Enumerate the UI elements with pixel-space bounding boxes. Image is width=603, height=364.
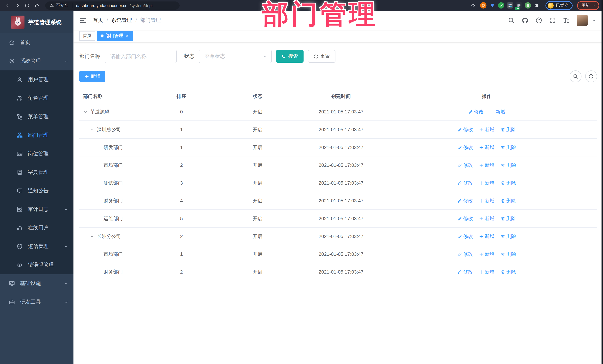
expand-arrow-icon[interactable] bbox=[90, 234, 97, 239]
ext-green-leaf-icon[interactable] bbox=[524, 2, 531, 9]
delete-action-link[interactable]: 删除 bbox=[500, 269, 516, 275]
font-size-icon[interactable] bbox=[563, 17, 570, 24]
add-action-link[interactable]: 新增 bbox=[479, 180, 494, 186]
ext-list-on-icon[interactable]: on bbox=[516, 2, 522, 9]
add-action-link[interactable]: 新增 bbox=[479, 126, 494, 133]
sidebar-item-label: 研发工具 bbox=[20, 299, 41, 305]
sidebar-item-home[interactable]: 首页 bbox=[0, 33, 73, 52]
sort-cell: 2 bbox=[154, 269, 209, 275]
search-button[interactable]: 搜索 bbox=[276, 50, 303, 63]
sidebar-item-sms[interactable]: 短信管理 bbox=[0, 237, 73, 256]
expand-arrow-icon[interactable] bbox=[90, 127, 97, 132]
sidebar-item-dept[interactable]: 部门管理 bbox=[0, 126, 73, 144]
edit-action-link[interactable]: 修改 bbox=[457, 215, 473, 222]
tab-home[interactable]: 首页 bbox=[79, 31, 95, 41]
sidebar-item-online-user[interactable]: 在线用户 bbox=[0, 219, 73, 237]
delete-action-link[interactable]: 删除 bbox=[500, 251, 516, 257]
header-search-icon[interactable] bbox=[508, 17, 515, 24]
delete-action-link[interactable]: 删除 bbox=[500, 233, 516, 240]
delete-icon bbox=[500, 216, 505, 221]
add-action-link[interactable]: 新增 bbox=[479, 162, 494, 168]
dept-name-input[interactable] bbox=[105, 50, 177, 63]
edit-action-link[interactable]: 修改 bbox=[457, 126, 473, 133]
page-scrollbar[interactable] bbox=[602, 0, 603, 364]
edit-action-link[interactable]: 修改 bbox=[457, 144, 473, 151]
browser-forward-icon[interactable] bbox=[13, 1, 22, 10]
sidebar-item-user[interactable]: 用户管理 bbox=[0, 70, 73, 89]
edit-action-link[interactable]: 修改 bbox=[457, 180, 473, 186]
message-icon bbox=[17, 188, 23, 194]
add-action-link[interactable]: 新增 bbox=[479, 233, 494, 240]
browser-home-icon[interactable] bbox=[33, 1, 41, 10]
add-action-link[interactable]: 新增 bbox=[479, 197, 494, 204]
add-dept-button[interactable]: 新增 bbox=[79, 71, 105, 82]
browser-back-icon[interactable] bbox=[4, 1, 12, 10]
breadcrumb-system[interactable]: 系统管理 bbox=[111, 17, 132, 24]
sidebar-item-dict[interactable]: 字典管理 bbox=[0, 163, 73, 182]
action-cell: 修改新增删除 bbox=[376, 233, 597, 240]
ext-orange-ring-icon[interactable] bbox=[480, 2, 486, 9]
edit-action-link[interactable]: 修改 bbox=[457, 233, 473, 240]
sidebar-item-error-code[interactable]: 错误码管理 bbox=[0, 256, 73, 274]
tab-dept[interactable]: 部门管理 bbox=[97, 31, 133, 41]
ext-blue-gem-icon[interactable] bbox=[489, 2, 495, 9]
ext-puzzle-icon[interactable] bbox=[533, 2, 540, 9]
sidebar-item-infra[interactable]: 基础设施 bbox=[0, 274, 73, 293]
dept-table: 部门名称 排序 状态 创建时间 操作 芋道源码0开启2021-01-05 17:… bbox=[79, 90, 597, 281]
user-avatar[interactable] bbox=[577, 15, 588, 26]
edit-action-link[interactable]: 修改 bbox=[457, 162, 473, 168]
delete-action-link[interactable]: 删除 bbox=[500, 162, 516, 168]
avatar-caret-down-icon[interactable] bbox=[592, 18, 596, 22]
postcard-icon bbox=[17, 151, 23, 157]
browser-reload-icon[interactable] bbox=[23, 1, 31, 10]
sidebar-item-notice[interactable]: 通知公告 bbox=[0, 182, 73, 200]
tab-label: 首页 bbox=[83, 33, 92, 39]
app-logo[interactable]: 芋道管理系统 bbox=[0, 11, 73, 33]
add-action-link[interactable]: 新增 bbox=[490, 109, 505, 115]
insecure-warning-icon[interactable] bbox=[50, 3, 54, 7]
sidebar-item-label: 系统管理 bbox=[20, 58, 41, 65]
add-action-link[interactable]: 新增 bbox=[479, 251, 494, 257]
sidebar-item-role[interactable]: 角色管理 bbox=[0, 89, 73, 108]
delete-action-link[interactable]: 删除 bbox=[500, 144, 516, 151]
bookmark-star-icon[interactable] bbox=[469, 1, 477, 10]
ext-green-check-icon[interactable] bbox=[498, 2, 504, 9]
address-bar[interactable]: 不安全 dashboard.yudao.iocoder.cn/system/de… bbox=[45, 1, 180, 10]
sidebar-item-audit-log[interactable]: 审计日志 bbox=[0, 200, 73, 219]
sidebar-item-menu[interactable]: 菜单管理 bbox=[0, 108, 73, 126]
edit-action-link[interactable]: 修改 bbox=[468, 109, 484, 115]
browser-update-button[interactable]: 更新 bbox=[577, 1, 599, 10]
ext-grid-icon[interactable] bbox=[507, 2, 513, 9]
expand-arrow-icon[interactable] bbox=[83, 110, 90, 114]
edit-action-link[interactable]: 修改 bbox=[457, 197, 473, 204]
sidebar-item-dev-tool[interactable]: 研发工具 bbox=[0, 293, 73, 311]
delete-action-link[interactable]: 删除 bbox=[500, 180, 516, 186]
delete-action-link[interactable]: 删除 bbox=[500, 126, 516, 133]
user-icon bbox=[17, 77, 23, 83]
delete-icon bbox=[500, 199, 505, 203]
reset-button-label: 重置 bbox=[320, 53, 330, 60]
github-icon[interactable] bbox=[522, 17, 528, 24]
search-button-label: 搜索 bbox=[288, 53, 298, 60]
toggle-search-button[interactable] bbox=[570, 70, 581, 82]
help-icon[interactable] bbox=[535, 17, 542, 24]
add-action-link[interactable]: 新增 bbox=[479, 269, 494, 275]
edit-icon bbox=[457, 163, 462, 167]
delete-action-link[interactable]: 删除 bbox=[500, 197, 516, 204]
hamburger-icon[interactable] bbox=[79, 17, 87, 24]
tab-close-icon[interactable] bbox=[125, 33, 129, 38]
breadcrumb-home[interactable]: 首页 bbox=[93, 17, 103, 24]
delete-action-link[interactable]: 删除 bbox=[500, 215, 516, 222]
reset-button[interactable]: 重置 bbox=[308, 50, 336, 63]
edit-action-link[interactable]: 修改 bbox=[457, 269, 473, 275]
status-select[interactable]: 菜单状态 bbox=[199, 50, 272, 63]
kebab-menu-icon[interactable] bbox=[592, 3, 596, 8]
profile-paused-pill[interactable]: 已暂停 bbox=[545, 1, 573, 10]
refresh-table-button[interactable] bbox=[585, 70, 597, 82]
sidebar-item-system[interactable]: 系统管理 bbox=[0, 52, 73, 70]
sidebar-item-post[interactable]: 岗位管理 bbox=[0, 144, 73, 163]
edit-action-link[interactable]: 修改 bbox=[457, 251, 473, 257]
add-action-link[interactable]: 新增 bbox=[479, 215, 494, 222]
add-action-link[interactable]: 新增 bbox=[479, 144, 494, 151]
fullscreen-icon[interactable] bbox=[549, 17, 556, 24]
